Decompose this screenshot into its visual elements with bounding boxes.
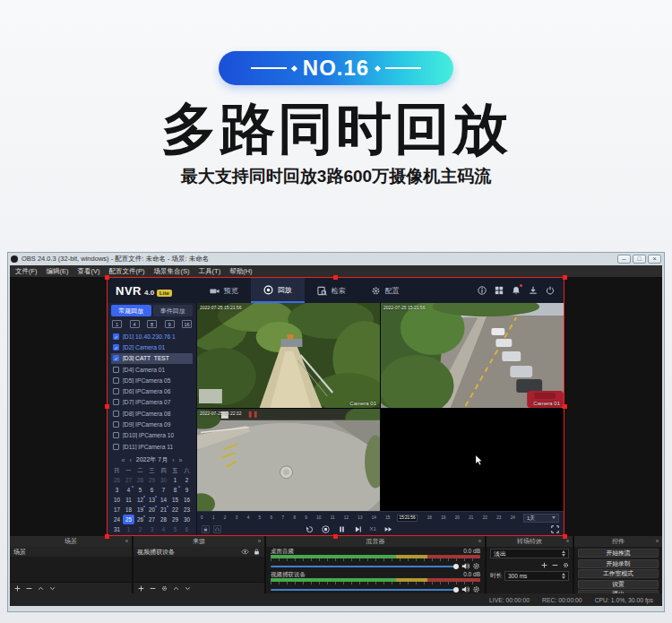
layout-16-button[interactable]: 16 bbox=[182, 320, 192, 328]
tab-事件回放[interactable]: 事件回放 bbox=[153, 305, 194, 316]
channel-checkbox[interactable] bbox=[113, 399, 119, 405]
layout-8-button[interactable]: 8 bbox=[147, 320, 157, 328]
calendar-day[interactable]: 30 bbox=[158, 475, 169, 485]
channel-checkbox[interactable] bbox=[113, 432, 119, 438]
reverse-icon[interactable] bbox=[306, 525, 314, 533]
camera-pane-2[interactable]: 2022-07-25 15:21:56 Camera 01 bbox=[381, 303, 564, 408]
fullscreen-icon[interactable] bbox=[551, 525, 559, 533]
fastfwd-icon[interactable] bbox=[384, 525, 392, 533]
calendar-day[interactable]: 14 bbox=[158, 495, 169, 505]
selection-handle[interactable] bbox=[563, 404, 567, 409]
calendar-day[interactable]: 28 bbox=[158, 515, 169, 524]
nvr-tab-预览[interactable]: 预览 bbox=[197, 278, 251, 303]
bell-icon[interactable] bbox=[512, 286, 521, 295]
gear-icon[interactable] bbox=[161, 585, 168, 592]
lock-icon[interactable] bbox=[202, 525, 210, 533]
layout-1-button[interactable]: 1 bbox=[112, 320, 122, 328]
tab-常规回放[interactable]: 常规回放 bbox=[111, 305, 151, 316]
calendar-day[interactable]: 17 bbox=[111, 505, 123, 515]
minus-icon[interactable] bbox=[150, 585, 156, 592]
calendar-day[interactable]: 9 bbox=[181, 485, 193, 495]
speaker-icon[interactable] bbox=[461, 562, 470, 570]
calendar-day[interactable]: 6 bbox=[181, 524, 193, 534]
source-item[interactable]: 视频捕获设备 bbox=[134, 547, 264, 557]
calendar-day[interactable]: 26 bbox=[134, 515, 146, 524]
calendar-day[interactable]: 20 bbox=[146, 505, 158, 515]
plus-icon[interactable] bbox=[14, 585, 21, 592]
down-icon[interactable] bbox=[185, 585, 191, 592]
menu-item-4[interactable]: 场景集合(S) bbox=[154, 267, 190, 276]
timeline-range-select[interactable]: 1天 bbox=[523, 514, 559, 523]
control-button[interactable]: 开始推流 bbox=[578, 549, 659, 558]
calendar-day[interactable]: 30 bbox=[181, 515, 193, 524]
calendar-day[interactable]: 15 bbox=[169, 495, 181, 505]
menu-item-6[interactable]: 帮助(H) bbox=[229, 267, 252, 276]
gear-icon[interactable] bbox=[563, 562, 569, 568]
minus-icon[interactable] bbox=[552, 562, 558, 568]
channel-row[interactable]: [D4] Camera 01 bbox=[111, 364, 193, 375]
speaker-icon[interactable] bbox=[461, 585, 470, 593]
menu-item-3[interactable]: 配置文件(P) bbox=[109, 267, 145, 276]
calendar-day[interactable]: 2 bbox=[181, 475, 193, 485]
calendar-day[interactable]: 22 bbox=[169, 505, 181, 515]
calendar-day[interactable]: 11 bbox=[123, 495, 134, 505]
headphones-icon[interactable] bbox=[213, 525, 221, 533]
calendar-day[interactable]: 1 bbox=[123, 524, 134, 534]
selection-handle[interactable] bbox=[105, 534, 109, 539]
calendar-day[interactable]: 28 bbox=[134, 475, 146, 485]
calendar-day[interactable]: 25 bbox=[123, 515, 134, 524]
plus-icon[interactable] bbox=[541, 562, 547, 568]
close-button[interactable]: × bbox=[648, 255, 661, 264]
calendar-prev-year-icon[interactable]: « bbox=[122, 457, 125, 463]
calendar-day[interactable]: 27 bbox=[123, 475, 134, 485]
spinner-icon[interactable] bbox=[562, 573, 565, 579]
channel-row[interactable]: ✓[D3] CATT_TEST bbox=[111, 353, 193, 364]
minimize-button[interactable]: – bbox=[617, 255, 631, 264]
timeline-ruler[interactable]: 15:21:56 0123456789101112131415161718192… bbox=[197, 515, 519, 520]
menu-item-2[interactable]: 查看(V) bbox=[78, 267, 100, 276]
camera-pane-1[interactable]: 2022-07-25 15:21:56 Camera 01 bbox=[197, 303, 380, 408]
calendar-day[interactable]: 5 bbox=[134, 485, 146, 495]
channel-row[interactable]: [D6] IPCamera 06 bbox=[111, 385, 193, 396]
calendar-day[interactable]: 19 bbox=[134, 505, 146, 515]
gear-icon[interactable] bbox=[472, 562, 480, 570]
stepfwd-icon[interactable] bbox=[354, 525, 362, 533]
stopcircle-icon[interactable] bbox=[322, 525, 330, 533]
volume-slider[interactable] bbox=[271, 585, 480, 593]
calendar-day[interactable]: 23 bbox=[181, 505, 193, 515]
playback-speed-label[interactable]: X1 bbox=[370, 526, 376, 532]
menu-item-0[interactable]: 文件(F) bbox=[15, 267, 38, 276]
channel-row[interactable]: [D7] IPCamera 07 bbox=[111, 397, 193, 408]
pause-icon[interactable] bbox=[338, 525, 346, 533]
calendar-day[interactable]: 6 bbox=[146, 485, 158, 495]
channel-row[interactable]: [D11] IPCamera 11 bbox=[111, 441, 193, 452]
calendar-day[interactable]: 5 bbox=[169, 524, 181, 534]
duration-input[interactable]: 300 ms bbox=[504, 571, 569, 581]
download-icon[interactable] bbox=[529, 286, 538, 295]
calendar-day[interactable]: 3 bbox=[146, 524, 158, 534]
channel-row[interactable]: [D5] IPCamera 05 bbox=[111, 375, 193, 385]
calendar-day[interactable]: 12 bbox=[134, 495, 146, 505]
channel-checkbox[interactable] bbox=[113, 411, 119, 417]
slider-knob[interactable] bbox=[453, 564, 459, 569]
channel-checkbox[interactable] bbox=[113, 444, 119, 450]
down-icon[interactable] bbox=[49, 585, 56, 592]
scene-item[interactable]: 场景 bbox=[10, 547, 132, 557]
layout-9-button[interactable]: 9 bbox=[165, 320, 175, 328]
channel-checkbox[interactable] bbox=[113, 421, 119, 428]
calendar-day[interactable]: 4 bbox=[158, 524, 169, 534]
channel-row[interactable]: [D9] IPCamera 09 bbox=[111, 419, 193, 429]
slider-knob[interactable] bbox=[453, 587, 459, 593]
calendar-day[interactable]: 7 bbox=[158, 485, 169, 495]
calendar-day[interactable]: 18 bbox=[123, 505, 134, 515]
calendar-day[interactable]: 10 bbox=[111, 495, 123, 505]
calendar-day[interactable]: 2 bbox=[134, 524, 146, 534]
up-icon[interactable] bbox=[38, 585, 44, 592]
camera-pane-4[interactable] bbox=[381, 409, 564, 512]
channel-checkbox[interactable] bbox=[113, 388, 119, 394]
calendar-next-month-icon[interactable]: › bbox=[172, 457, 174, 463]
channel-row[interactable]: ✓[D1] 10.40.230.76 1 bbox=[111, 331, 193, 342]
selection-handle[interactable] bbox=[333, 275, 338, 280]
calendar-day[interactable]: 29 bbox=[146, 475, 158, 485]
calendar-day[interactable]: 27 bbox=[146, 515, 158, 524]
